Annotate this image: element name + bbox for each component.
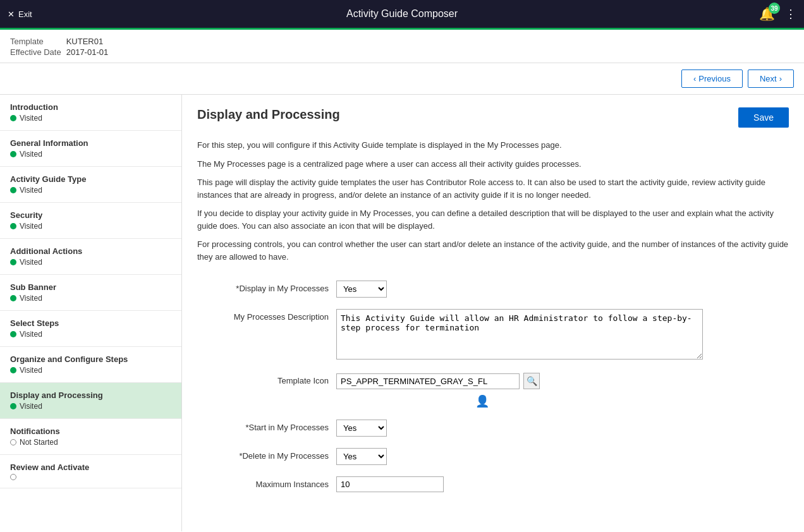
status-text: Visited	[20, 294, 42, 303]
sidebar-item-name: Notifications	[10, 426, 171, 436]
delete-label: *Delete in My Processes	[197, 448, 336, 461]
sidebar-item-review-and-activate[interactable]: Review and Activate	[0, 455, 181, 488]
more-options-button[interactable]: ⋮	[785, 7, 796, 21]
content-area: Display and Processing Save For this ste…	[182, 95, 804, 531]
main-layout: Introduction Visited General Information…	[0, 95, 804, 531]
sidebar-item-status: Visited	[10, 114, 171, 123]
status-dot	[10, 115, 16, 121]
description-row: My Processes Description	[197, 309, 789, 361]
sidebar-item-security[interactable]: Security Visited	[0, 203, 181, 239]
display-label-text: *Display in My Processes	[236, 284, 329, 293]
start-select[interactable]: YesNo	[336, 420, 387, 437]
sidebar-item-display-and-processing[interactable]: Display and Processing Visited	[0, 383, 181, 419]
sidebar-item-name: Select Steps	[10, 318, 171, 328]
status-dot	[10, 223, 16, 229]
status-text: Visited	[20, 222, 42, 231]
close-icon: ✕	[8, 9, 15, 19]
sidebar: Introduction Visited General Information…	[0, 95, 182, 531]
template-value: KUTER01	[66, 36, 114, 47]
sidebar-item-status: Not Started	[10, 438, 171, 447]
icon-input-row: 🔍	[336, 373, 789, 389]
display-row: *Display in My Processes YesNo	[197, 281, 789, 298]
max-instances-row: Maximum Instances	[197, 476, 789, 492]
icon-row-wrap: Template Icon 🔍 👤	[197, 373, 789, 408]
status-text: Visited	[20, 366, 42, 375]
effective-date-label: Effective Date	[10, 47, 66, 57]
desc-para-2: The My Processes page is a centralized p…	[197, 158, 789, 171]
template-label: Template	[10, 36, 66, 47]
person-icon-wrap: 👤	[475, 394, 789, 408]
sidebar-item-additional-actions[interactable]: Additional Actions Visited	[0, 239, 181, 275]
start-row: *Start in My Processes YesNo	[197, 420, 789, 437]
icon-label: Template Icon	[197, 373, 336, 385]
exit-label: Exit	[18, 9, 32, 19]
sidebar-item-name: General Information	[10, 138, 171, 148]
sidebar-item-status: Visited	[10, 186, 171, 195]
start-label: *Start in My Processes	[197, 420, 336, 432]
form-section: *Display in My Processes YesNo My Proces…	[197, 281, 789, 492]
sidebar-item-status	[10, 474, 171, 480]
status-text: Visited	[20, 150, 42, 159]
page-title: Activity Guide Composer	[346, 8, 458, 20]
desc-para-4: If you decide to display your activity g…	[197, 207, 789, 232]
sidebar-item-name: Sub Banner	[10, 282, 171, 292]
max-instances-input[interactable]	[336, 476, 444, 492]
chevron-left-icon: ‹	[693, 74, 696, 83]
icon-label-text: Template Icon	[277, 376, 329, 385]
status-dot	[10, 331, 16, 337]
max-instances-control	[336, 476, 789, 492]
save-button[interactable]: Save	[738, 107, 789, 128]
status-text: Visited	[20, 330, 42, 339]
display-select[interactable]: YesNo	[336, 281, 387, 298]
bell-badge: 39	[769, 3, 780, 14]
sidebar-item-name: Organize and Configure Steps	[10, 354, 171, 364]
search-icon: 🔍	[527, 376, 537, 386]
nav-row: ‹ Previous Next ›	[0, 63, 804, 95]
notifications-bell[interactable]: 🔔 39	[759, 6, 775, 21]
icon-control: 🔍 👤	[336, 373, 789, 408]
status-dot	[10, 439, 16, 445]
exit-button[interactable]: ✕ Exit	[8, 9, 32, 19]
display-label: *Display in My Processes	[197, 281, 336, 293]
sidebar-item-sub-banner[interactable]: Sub Banner Visited	[0, 275, 181, 311]
sidebar-item-name: Activity Guide Type	[10, 174, 171, 184]
sidebar-item-organize-and-configure-steps[interactable]: Organize and Configure Steps Visited	[0, 347, 181, 383]
description-textarea[interactable]	[336, 309, 703, 360]
previous-button[interactable]: ‹ Previous	[681, 70, 743, 88]
person-icon: 👤	[475, 395, 489, 408]
sidebar-item-introduction[interactable]: Introduction Visited	[0, 95, 181, 131]
sidebar-item-name: Additional Actions	[10, 246, 171, 256]
delete-select[interactable]: YesNo	[336, 448, 387, 465]
sidebar-item-status: Visited	[10, 258, 171, 267]
status-text: Visited	[20, 114, 42, 123]
desc-para-1: For this step, you will configure if thi…	[197, 139, 789, 152]
next-button[interactable]: Next ›	[748, 70, 794, 88]
description-label-text: My Processes Description	[234, 312, 329, 322]
status-dot	[10, 259, 16, 265]
display-control: YesNo	[336, 281, 789, 298]
description-control	[336, 309, 789, 361]
next-label: Next	[760, 74, 777, 83]
content-header: Display and Processing Save	[197, 107, 789, 128]
top-bar-right: 🔔 39 ⋮	[759, 6, 796, 21]
status-dot	[10, 403, 16, 409]
status-dot	[10, 187, 16, 193]
start-control: YesNo	[336, 420, 789, 437]
sidebar-item-name: Introduction	[10, 102, 171, 112]
delete-label-text: *Delete in My Processes	[239, 451, 329, 461]
status-text: Not Started	[20, 438, 58, 447]
sidebar-item-general-information[interactable]: General Information Visited	[0, 131, 181, 167]
sidebar-item-status: Visited	[10, 366, 171, 375]
sidebar-item-activity-guide-type[interactable]: Activity Guide Type Visited	[0, 167, 181, 203]
header-info: Template KUTER01 Effective Date 2017-01-…	[0, 30, 804, 63]
status-text: Visited	[20, 258, 42, 267]
sidebar-item-notifications[interactable]: Notifications Not Started	[0, 419, 181, 455]
status-dot	[10, 367, 16, 373]
description-label: My Processes Description	[197, 309, 336, 322]
status-dot	[10, 151, 16, 157]
sidebar-item-name: Display and Processing	[10, 390, 171, 400]
sidebar-item-select-steps[interactable]: Select Steps Visited	[0, 311, 181, 347]
icon-input[interactable]	[336, 373, 520, 389]
delete-control: YesNo	[336, 448, 789, 465]
icon-search-button[interactable]: 🔍	[523, 373, 540, 389]
